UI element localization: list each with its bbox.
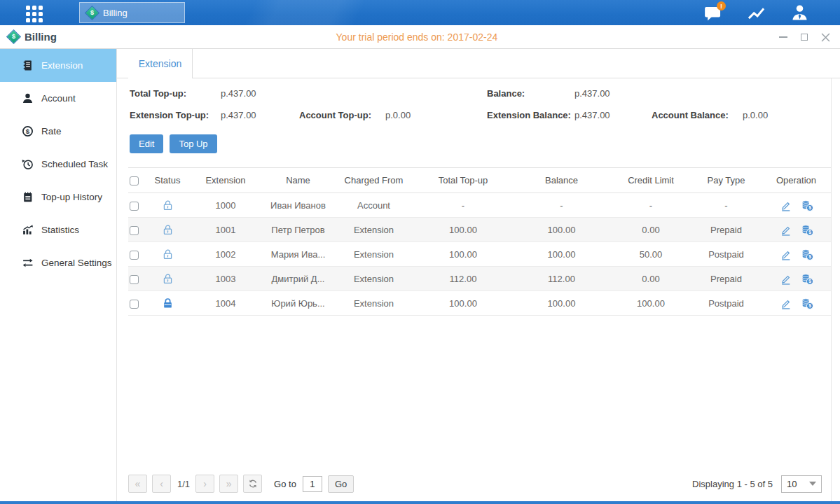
credit-limit-cell: 100.00 (611, 291, 691, 316)
billing-app-tab[interactable]: $ Billing (79, 2, 185, 23)
top-up-icon[interactable]: $ (801, 224, 813, 236)
goto-page-input[interactable] (303, 476, 322, 492)
row-checkbox[interactable] (130, 226, 139, 235)
tab-extension[interactable]: Extension (128, 49, 193, 78)
top-up-icon[interactable]: $ (801, 200, 813, 211)
apps-grid-icon[interactable] (26, 6, 43, 22)
balance-label: Balance: (487, 88, 525, 99)
dollar-coin-icon: $ (22, 125, 34, 137)
charged-from-cell: Account (333, 193, 414, 218)
refresh-icon (248, 479, 258, 489)
operation-cell: $ (762, 242, 831, 267)
balance-cell: - (512, 193, 611, 218)
sidebar-item-label: Extension (41, 60, 83, 71)
svg-text:$: $ (808, 254, 811, 260)
col-name: Name (263, 168, 333, 193)
edit-icon[interactable] (780, 248, 792, 260)
action-buttons: Edit Top Up (130, 134, 840, 153)
locked-icon (162, 298, 174, 309)
top-up-icon[interactable]: $ (801, 248, 813, 260)
sidebar-item-label: Rate (41, 126, 62, 136)
pay-type-cell: Postpaid (691, 291, 762, 316)
extension-cell: 1004 (188, 291, 263, 316)
col-operation: Operation (762, 168, 831, 193)
go-button[interactable]: Go (328, 475, 354, 493)
close-button[interactable] (820, 32, 830, 42)
billing-diamond-icon: $ (6, 29, 21, 44)
refresh-button[interactable] (243, 475, 262, 493)
charged-from-cell: Extension (333, 267, 414, 291)
main-content: Extension Total Top-up: p.437.00 Balance… (117, 49, 840, 501)
col-status: Status (146, 168, 188, 193)
user-icon[interactable] (790, 4, 809, 22)
displaying-text: Displaying 1 - 5 of 5 (692, 479, 773, 489)
extension-cell: 1000 (188, 193, 263, 218)
trial-message: Your trial period ends on: 2017-02-24 (336, 31, 498, 43)
status-cell (146, 193, 188, 218)
sidebar-item-label: Top-up History (41, 192, 102, 202)
edit-icon[interactable] (780, 200, 792, 211)
sidebar-item-statistics[interactable]: Statistics (0, 214, 116, 246)
col-charged-from: Charged From (333, 168, 414, 193)
status-cell (146, 242, 188, 267)
edit-icon[interactable] (780, 224, 792, 236)
total-topup-cell: 112.00 (414, 267, 512, 291)
account-balance-value: p.0.00 (743, 110, 768, 120)
top-up-button[interactable]: Top Up (170, 134, 216, 153)
row-checkbox[interactable] (130, 251, 139, 260)
maximize-button[interactable] (799, 32, 809, 42)
page-size-select[interactable]: 10 (781, 475, 822, 493)
window-controls (778, 25, 830, 49)
col-total-topup: Total Top-up (414, 168, 512, 193)
total-topup-cell: - (414, 193, 512, 218)
balance-cell: 100.00 (512, 291, 611, 316)
row-checkbox[interactable] (130, 202, 139, 211)
sidebar-item-general-settings[interactable]: General Settings (0, 246, 116, 279)
row-checkbox[interactable] (130, 300, 139, 309)
sidebar-item-topup-history[interactable]: Top-up History (0, 181, 116, 214)
sidebar-item-rate[interactable]: $ Rate (0, 115, 116, 148)
select-all-checkbox[interactable] (130, 176, 139, 186)
edit-icon[interactable] (780, 298, 792, 309)
sidebar-item-label: Statistics (41, 225, 79, 235)
next-page-button[interactable]: › (195, 475, 214, 493)
operation-cell: $ (762, 193, 831, 218)
account-topup-value: p.0.00 (385, 110, 411, 120)
minimize-button[interactable] (778, 32, 788, 42)
chart-icon[interactable] (747, 4, 766, 22)
credit-limit-cell: 50.00 (611, 242, 691, 267)
ledger-icon (22, 59, 34, 71)
row-checkbox[interactable] (130, 275, 139, 284)
prev-page-button[interactable]: ‹ (152, 475, 171, 493)
charged-from-cell: Extension (333, 218, 414, 242)
table-header-row: Status Extension Name Charged From Total… (128, 168, 831, 193)
tab-bar: Extension (117, 49, 840, 78)
goto-label: Go to (274, 479, 296, 489)
name-cell: Дмитрий Д... (263, 267, 333, 291)
last-page-button[interactable]: » (219, 475, 238, 493)
col-balance: Balance (512, 168, 611, 193)
app-tab-label: Billing (103, 8, 128, 18)
pay-type-cell: Prepaid (691, 267, 762, 291)
summary-panel: Total Top-up: p.437.00 Balance: p.437.00… (117, 78, 840, 133)
credit-limit-cell: - (611, 193, 691, 218)
sidebar-item-label: General Settings (41, 258, 112, 268)
sidebar-item-extension[interactable]: Extension (0, 49, 116, 82)
pay-type-cell: - (691, 193, 762, 218)
person-icon (22, 92, 34, 104)
chat-icon[interactable]: ! (703, 4, 722, 22)
edit-button[interactable]: Edit (130, 134, 163, 153)
sidebar-item-scheduled-task[interactable]: Scheduled Task (0, 148, 116, 181)
top-up-icon[interactable]: $ (801, 273, 813, 285)
col-credit-limit: Credit Limit (611, 168, 691, 193)
notepad-icon (22, 191, 34, 203)
sidebar-item-account[interactable]: Account (0, 82, 116, 115)
top-up-icon[interactable]: $ (801, 298, 813, 309)
account-balance-label: Account Balance: (652, 110, 729, 120)
balance-value: p.437.00 (574, 88, 610, 99)
account-topup-label: Account Top-up: (299, 110, 371, 120)
first-page-button[interactable]: « (128, 475, 147, 493)
edit-icon[interactable] (780, 273, 792, 285)
table-row: 1003 Дмитрий Д... Extension 112.00 112.0… (128, 267, 831, 291)
name-cell: Петр Петров (263, 218, 333, 242)
